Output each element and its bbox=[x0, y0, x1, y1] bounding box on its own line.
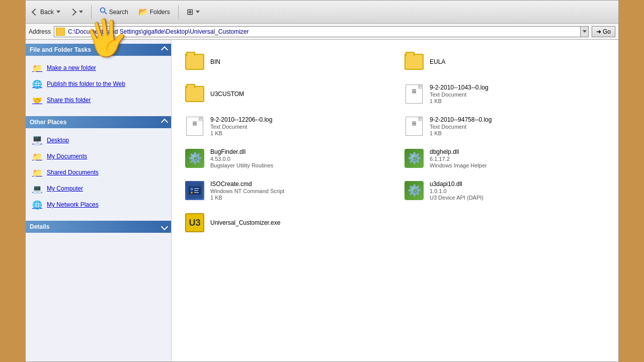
tasks-section-header[interactable]: File and Folder Tasks bbox=[26, 44, 171, 56]
toolbar-separator-1 bbox=[91, 5, 92, 19]
file-item-eula[interactable]: EULA bbox=[399, 48, 610, 76]
eula-folder-icon bbox=[404, 51, 425, 72]
place-my-computer[interactable]: 💻 My Computer bbox=[28, 180, 169, 197]
bugfinder-file-icon: ⚙️ bbox=[184, 148, 205, 169]
svg-rect-6 bbox=[194, 188, 199, 189]
u3custom-name: U3CUSTOM bbox=[210, 90, 386, 98]
file-item-dbghelp[interactable]: ⚙️ dbghelp.dll 6.1.17.2 Windows Image He… bbox=[399, 144, 610, 172]
desktop-icon: 🖥️ bbox=[32, 135, 43, 146]
back-label: Back bbox=[40, 9, 54, 16]
place-shared-documents[interactable]: 📁 Shared Documents bbox=[28, 164, 169, 180]
my-computer-icon: 💻 bbox=[32, 183, 43, 194]
isocreate-meta2: 1 KB bbox=[210, 195, 386, 201]
u3dapi-dll-icon: ⚙️ bbox=[405, 181, 424, 200]
task-publish-web[interactable]: 🌐 Publish this folder to the Web bbox=[28, 76, 169, 92]
go-button[interactable]: ➜ Go bbox=[592, 26, 615, 37]
file-item-log3[interactable]: 9-2-2010--94758--0.log Text Document 1 K… bbox=[399, 112, 610, 140]
go-arrow-icon: ➜ bbox=[596, 28, 601, 35]
forward-button[interactable] bbox=[66, 8, 87, 17]
log1-meta1: Text Document bbox=[430, 92, 606, 98]
shared-documents-icon: 📁 bbox=[32, 167, 43, 178]
dbghelp-info: dbghelp.dll 6.1.17.2 Windows Image Helpe… bbox=[430, 148, 606, 168]
bugfinder-meta2: Bugslayer Utility Routines bbox=[210, 162, 386, 168]
dbghelp-meta2: Windows Image Helper bbox=[430, 162, 606, 168]
place-my-documents[interactable]: 📁 My Documents bbox=[28, 148, 169, 164]
file-item-u3custom[interactable]: U3CUSTOM bbox=[180, 80, 391, 108]
places-section-header[interactable]: Other Places bbox=[26, 116, 171, 128]
file-item-u3exe[interactable]: U3 Universal_Customizer.exe bbox=[180, 209, 391, 237]
bin-name: BIN bbox=[210, 58, 386, 65]
u3dapi-file-icon: ⚙️ bbox=[404, 180, 425, 201]
u3custom-info: U3CUSTOM bbox=[210, 90, 386, 98]
eula-name: EULA bbox=[430, 58, 606, 65]
log2-file-icon bbox=[184, 116, 205, 137]
tasks-section-body: 📁 Make a new folder 🌐 Publish this folde… bbox=[26, 56, 171, 112]
file-item-log1[interactable]: 9-2-2010--1043--0.log Text Document 1 KB bbox=[399, 80, 610, 108]
u3dapi-name: u3dapi10.dll bbox=[430, 180, 606, 188]
publish-web-icon: 🌐 bbox=[32, 78, 43, 89]
toolbar: Back Search 📂 Folders ⊞ bbox=[26, 1, 618, 24]
forward-dropdown-icon bbox=[79, 11, 83, 13]
bugfinder-dll-icon: ⚙️ bbox=[185, 149, 204, 168]
file-item-bin[interactable]: BIN bbox=[180, 48, 391, 76]
svg-rect-8 bbox=[194, 192, 199, 193]
back-button[interactable]: Back bbox=[29, 7, 64, 18]
views-dropdown-icon bbox=[196, 11, 200, 13]
file-item-isocreate[interactable]: ISOCreate.cmd Windows NT Command Script … bbox=[180, 176, 391, 205]
address-dropdown-arrow-icon bbox=[583, 30, 587, 33]
eula-info: EULA bbox=[430, 58, 606, 65]
file-item-u3dapi[interactable]: ⚙️ u3dapi10.dll 1.0.1.0 U3 Device API (D… bbox=[399, 176, 610, 205]
address-label: Address bbox=[29, 28, 51, 35]
dbghelp-name: dbghelp.dll bbox=[430, 148, 606, 155]
place-desktop-label: Desktop bbox=[47, 137, 69, 144]
new-folder-icon: 📁 bbox=[32, 62, 43, 73]
log3-name: 9-2-2010--94758--0.log bbox=[430, 116, 606, 123]
bugfinder-name: BugFinder.dll bbox=[210, 148, 386, 155]
bin-info: BIN bbox=[210, 58, 386, 65]
address-input[interactable] bbox=[66, 28, 580, 36]
dbghelp-file-icon: ⚙️ bbox=[404, 148, 425, 169]
log3-info: 9-2-2010--94758--0.log Text Document 1 K… bbox=[430, 116, 606, 136]
my-documents-icon: 📁 bbox=[32, 151, 43, 162]
log3-file-icon bbox=[404, 116, 425, 137]
task-share-folder[interactable]: 🤝 Share this folder bbox=[28, 92, 169, 108]
svg-point-0 bbox=[100, 8, 105, 13]
details-header-label: Details bbox=[30, 223, 49, 230]
share-folder-icon: 🤝 bbox=[32, 95, 43, 106]
u3exe-name: Universal_Customizer.exe bbox=[210, 219, 386, 226]
u3dapi-info: u3dapi10.dll 1.0.1.0 U3 Device API (DAPI… bbox=[430, 180, 606, 201]
place-my-documents-label: My Documents bbox=[47, 153, 87, 160]
task-publish-web-label: Publish this folder to the Web bbox=[47, 80, 125, 87]
svg-line-1 bbox=[105, 12, 107, 14]
isocreate-info: ISOCreate.cmd Windows NT Command Script … bbox=[210, 180, 386, 201]
file-item-bugfinder[interactable]: ⚙️ BugFinder.dll 4.53.0.0 Bugslayer Util… bbox=[180, 144, 391, 172]
task-new-folder[interactable]: 📁 Make a new folder bbox=[28, 60, 169, 76]
address-dropdown-button[interactable] bbox=[580, 27, 588, 37]
svg-rect-7 bbox=[194, 190, 198, 191]
log1-meta2: 1 KB bbox=[430, 98, 606, 104]
folders-icon: 📂 bbox=[138, 7, 148, 17]
place-my-network-places[interactable]: 🌐 My Network Places bbox=[28, 197, 169, 213]
bin-folder-icon bbox=[184, 51, 205, 72]
toolbar-separator-2 bbox=[178, 5, 179, 19]
place-desktop[interactable]: 🖥️ Desktop bbox=[28, 132, 169, 148]
search-button[interactable]: Search bbox=[96, 5, 132, 19]
my-network-places-icon: 🌐 bbox=[32, 199, 43, 210]
views-button[interactable]: ⊞ bbox=[183, 5, 204, 19]
details-section-header[interactable]: Details bbox=[26, 221, 171, 233]
isocreate-file-icon bbox=[184, 180, 205, 201]
isocreate-meta1: Windows NT Command Script bbox=[210, 188, 386, 194]
file-area: BIN EULA bbox=[172, 40, 618, 361]
u3dapi-meta2: U3 Device API (DAPI) bbox=[430, 195, 606, 201]
log2-meta1: Text Document bbox=[210, 124, 386, 130]
svg-point-5 bbox=[191, 192, 193, 194]
forward-arrow-icon bbox=[69, 8, 76, 15]
isocreate-name: ISOCreate.cmd bbox=[210, 180, 386, 188]
folders-button[interactable]: 📂 Folders bbox=[134, 5, 174, 19]
log1-file-icon bbox=[404, 83, 425, 105]
dbghelp-dll-icon: ⚙️ bbox=[405, 149, 424, 168]
search-icon bbox=[100, 7, 108, 17]
file-item-log2[interactable]: 9-2-2010--12206--0.log Text Document 1 K… bbox=[180, 112, 391, 140]
left-panel: File and Folder Tasks 📁 Make a new folde… bbox=[26, 40, 172, 361]
places-section: Other Places 🖥️ Desktop 📁 My Documents 📁 bbox=[26, 116, 171, 217]
